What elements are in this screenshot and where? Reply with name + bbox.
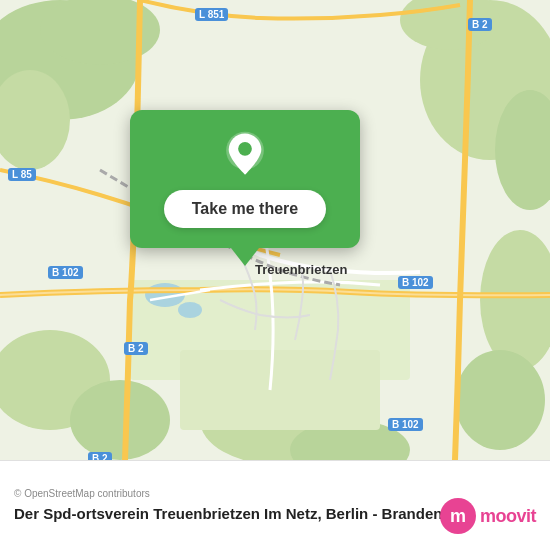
svg-point-19 [238,142,252,156]
take-me-there-button[interactable]: Take me there [164,190,326,228]
popup-overlay: Take me there [130,110,360,248]
road-label-b2-top: B 2 [468,18,492,31]
road-label-b2-bot: B 2 [88,452,112,460]
road-label-b102-left: B 102 [48,266,83,279]
road-label-b102-right: B 102 [398,276,433,289]
road-label-l85: L 85 [8,168,36,181]
svg-point-16 [178,302,202,318]
svg-rect-14 [180,350,380,430]
road-label-b102-bot: B 102 [388,418,423,431]
moovit-logo: m moovit [440,498,536,534]
location-pin-icon [221,130,269,178]
moovit-wordmark: moovit [480,506,536,527]
moovit-icon: m [440,498,476,534]
bottom-bar: © OpenStreetMap contributors Der Spd-ort… [0,460,550,550]
attribution-text: © OpenStreetMap contributors [14,488,536,499]
svg-point-10 [70,380,170,460]
svg-point-8 [455,350,545,450]
road-label-l851: L 851 [195,8,228,21]
road-label-b2-mid: B 2 [124,342,148,355]
city-label-treuenbrietzen: Treuenbrietzen [255,262,347,277]
map-container: L 851 B 2 L 85 B 102 B 2 B 102 B 2 B 102… [0,0,550,460]
